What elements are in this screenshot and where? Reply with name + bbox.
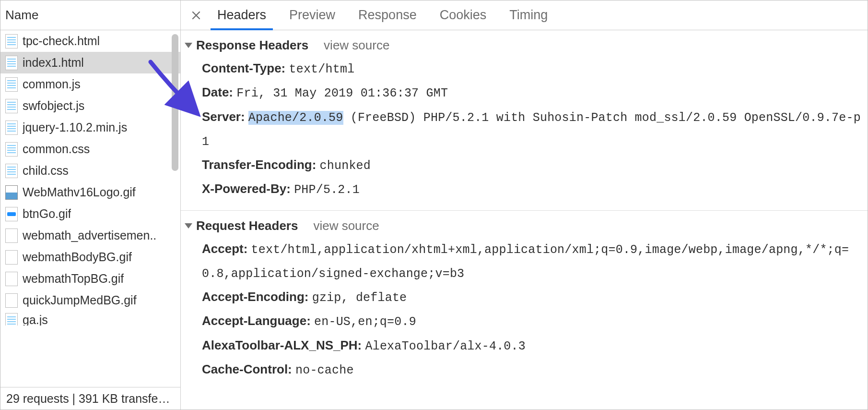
- header-key: Date:: [202, 85, 233, 99]
- header-key: Cache-Control:: [202, 362, 292, 376]
- request-headers-toggle[interactable]: Request Headers: [185, 218, 298, 233]
- file-name: webmath_advertisemen..: [23, 229, 156, 242]
- file-name: common.js: [23, 77, 81, 91]
- header-row: X-Powered-By: PHP/5.2.1: [202, 177, 863, 201]
- document-file-icon: [5, 313, 18, 326]
- file-name: ga.js: [23, 313, 48, 326]
- document-file-icon: [5, 56, 18, 70]
- details-tabbar: HeadersPreviewResponseCookiesTiming: [181, 0, 868, 30]
- file-row[interactable]: common.js: [0, 73, 180, 95]
- document-file-icon: [5, 77, 18, 92]
- scrollbar[interactable]: [172, 34, 179, 171]
- document-file-icon: [5, 142, 18, 157]
- chevron-down-icon: [185, 223, 192, 229]
- header-value: no-cache: [295, 363, 354, 377]
- file-name: index1.html: [23, 56, 84, 70]
- header-row: Accept-Encoding: gzip, deflate: [202, 285, 863, 309]
- network-request-list-panel: Name tpc-check.htmlindex1.htmlcommon.jss…: [0, 0, 181, 410]
- file-row[interactable]: btnGo.gif: [0, 203, 180, 225]
- file-name: swfobject.js: [23, 99, 84, 113]
- tab-headers[interactable]: Headers: [206, 0, 278, 30]
- header-value: en-US,en;q=0.9: [314, 315, 416, 329]
- header-value: Fri, 31 May 2019 01:36:37 GMT: [236, 86, 448, 100]
- file-row[interactable]: swfobject.js: [0, 95, 180, 117]
- header-value: PHP/5.2.1: [294, 183, 360, 197]
- header-row: Accept: text/html,application/xhtml+xml,…: [202, 237, 863, 286]
- document-file-icon: [5, 34, 18, 48]
- header-value: text/html,application/xhtml+xml,applicat…: [202, 243, 849, 281]
- header-row: Content-Type: text/html: [202, 57, 863, 81]
- file-name: quickJumpMedBG.gif: [23, 293, 137, 307]
- document-file-icon: [5, 99, 18, 113]
- file-row[interactable]: child.css: [0, 160, 180, 181]
- file-row[interactable]: webmathTopBG.gif: [0, 268, 180, 289]
- file-name: btnGo.gif: [23, 207, 71, 221]
- headers-content: Response Headers view source Content-Typ…: [181, 30, 868, 410]
- response-headers-title: Response Headers: [196, 38, 308, 53]
- request-headers-title: Request Headers: [196, 218, 298, 233]
- header-key: Content-Type:: [202, 61, 285, 75]
- header-key: Transfer-Encoding:: [202, 157, 316, 172]
- image-file-icon: [5, 293, 18, 308]
- request-view-source-link[interactable]: view source: [313, 218, 379, 233]
- name-column-label: Name: [5, 8, 38, 23]
- response-headers-toggle[interactable]: Response Headers: [185, 38, 308, 53]
- tab-preview[interactable]: Preview: [278, 0, 347, 30]
- tab-response[interactable]: Response: [347, 0, 428, 30]
- response-view-source-link[interactable]: view source: [324, 38, 389, 53]
- header-row: Cache-Control: no-cache: [202, 358, 863, 382]
- header-key: Accept:: [202, 241, 247, 256]
- header-row: AlexaToolbar-ALX_NS_PH: AlexaToolbar/alx…: [202, 334, 863, 358]
- file-name: jquery-1.10.2.min.js: [23, 121, 127, 134]
- scrollbar-thumb[interactable]: [172, 34, 178, 171]
- tab-label: Cookies: [440, 8, 487, 23]
- request-headers-section: Request Headers view source Accept: text…: [181, 211, 868, 391]
- chevron-down-icon: [185, 43, 192, 48]
- header-key: Server:: [202, 109, 245, 124]
- tab-label: Preview: [289, 8, 335, 23]
- network-status-bar: 29 requests | 391 KB transfe…: [0, 387, 180, 410]
- image-file-icon: [5, 185, 18, 200]
- header-key: Accept-Language:: [202, 314, 311, 328]
- file-row[interactable]: quickJumpMedBG.gif: [0, 289, 180, 311]
- status-text: 29 requests | 391 KB transfe…: [6, 392, 170, 406]
- header-row: Date: Fri, 31 May 2019 01:36:37 GMT: [202, 81, 863, 105]
- image-file-icon: [5, 207, 18, 221]
- file-row[interactable]: index1.html: [0, 52, 180, 73]
- header-value: text/html: [289, 62, 355, 76]
- tab-label: Timing: [509, 8, 548, 23]
- file-name: WebMathv16Logo.gif: [23, 185, 136, 199]
- file-name: webmathTopBG.gif: [23, 272, 124, 286]
- file-row[interactable]: webmathBodyBG.gif: [0, 246, 180, 268]
- tab-timing[interactable]: Timing: [498, 0, 559, 30]
- header-value: Apache/2.0.59 (FreeBSD) PHP/5.2.1 with S…: [202, 111, 861, 149]
- header-row: Transfer-Encoding: chunked: [202, 153, 863, 177]
- file-row[interactable]: jquery-1.10.2.min.js: [0, 117, 180, 138]
- header-row: Accept-Language: en-US,en;q=0.9: [202, 309, 863, 333]
- header-key: AlexaToolbar-ALX_NS_PH:: [202, 338, 362, 352]
- header-value: chunked: [320, 159, 371, 173]
- file-name: webmathBodyBG.gif: [23, 250, 132, 264]
- close-icon[interactable]: [187, 0, 206, 30]
- tab-cookies[interactable]: Cookies: [428, 0, 498, 30]
- tab-label: Response: [358, 8, 417, 23]
- file-name: common.css: [23, 142, 90, 156]
- file-row[interactable]: tpc-check.html: [0, 30, 180, 52]
- image-file-icon: [5, 272, 18, 286]
- document-file-icon: [5, 164, 18, 178]
- name-column-header[interactable]: Name: [0, 0, 180, 30]
- header-key: X-Powered-By:: [202, 181, 291, 196]
- header-value: gzip, deflate: [312, 291, 407, 305]
- header-row: Server: Apache/2.0.59 (FreeBSD) PHP/5.2.…: [202, 105, 863, 154]
- file-row[interactable]: common.css: [0, 138, 180, 160]
- file-row[interactable]: ga.js: [0, 311, 180, 326]
- document-file-icon: [5, 121, 18, 135]
- highlighted-text: Apache/2.0.59: [248, 111, 343, 125]
- file-name: child.css: [23, 164, 69, 178]
- file-row[interactable]: webmath_advertisemen..: [0, 225, 180, 246]
- image-file-icon: [5, 229, 18, 243]
- image-file-icon: [5, 250, 18, 265]
- file-row[interactable]: WebMathv16Logo.gif: [0, 181, 180, 203]
- header-value: AlexaToolbar/alx-4.0.3: [365, 339, 526, 353]
- file-list: tpc-check.htmlindex1.htmlcommon.jsswfobj…: [0, 30, 180, 387]
